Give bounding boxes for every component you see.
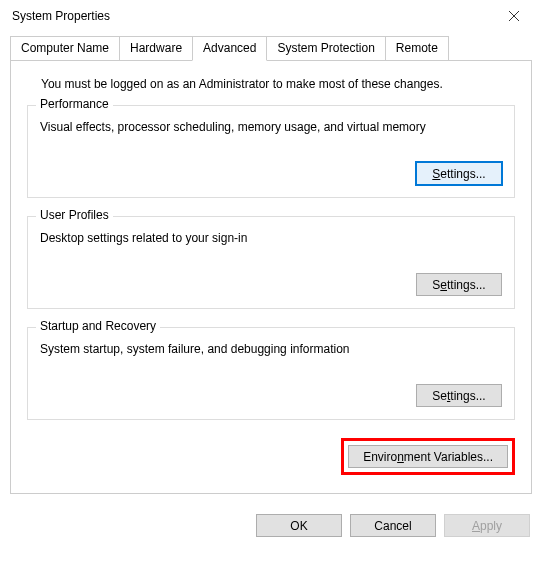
group-user-profiles: User Profiles Desktop settings related t… — [27, 216, 515, 309]
group-performance-legend: Performance — [36, 97, 113, 111]
tab-remote[interactable]: Remote — [385, 36, 449, 60]
tab-hardware[interactable]: Hardware — [119, 36, 193, 60]
title-bar: System Properties — [0, 0, 542, 32]
group-user-profiles-desc: Desktop settings related to your sign-in — [40, 231, 502, 245]
group-startup-recovery-legend: Startup and Recovery — [36, 319, 160, 333]
startup-recovery-settings-button[interactable]: Settings... — [416, 384, 502, 407]
admin-notice: You must be logged on as an Administrato… — [41, 77, 519, 91]
performance-settings-button[interactable]: Settings... — [416, 162, 502, 185]
tab-advanced[interactable]: Advanced — [192, 36, 267, 61]
close-icon — [509, 11, 519, 21]
group-performance: Performance Visual effects, processor sc… — [27, 105, 515, 198]
tab-content-advanced: You must be logged on as an Administrato… — [10, 60, 532, 494]
tab-strip: Computer Name Hardware Advanced System P… — [10, 36, 532, 60]
window-title: System Properties — [12, 9, 110, 23]
apply-button[interactable]: Apply — [444, 514, 530, 537]
env-vars-highlight: Environment Variables... — [341, 438, 515, 475]
ok-button[interactable]: OK — [256, 514, 342, 537]
group-startup-recovery-desc: System startup, system failure, and debu… — [40, 342, 502, 356]
user-profiles-settings-button[interactable]: Settings... — [416, 273, 502, 296]
group-startup-recovery: Startup and Recovery System startup, sys… — [27, 327, 515, 420]
dialog-footer: OK Cancel Apply — [0, 500, 542, 537]
close-button[interactable] — [494, 2, 534, 30]
group-performance-desc: Visual effects, processor scheduling, me… — [40, 120, 502, 134]
tab-system-protection[interactable]: System Protection — [266, 36, 385, 60]
tab-computer-name[interactable]: Computer Name — [10, 36, 120, 60]
cancel-button[interactable]: Cancel — [350, 514, 436, 537]
group-user-profiles-legend: User Profiles — [36, 208, 113, 222]
environment-variables-button[interactable]: Environment Variables... — [348, 445, 508, 468]
